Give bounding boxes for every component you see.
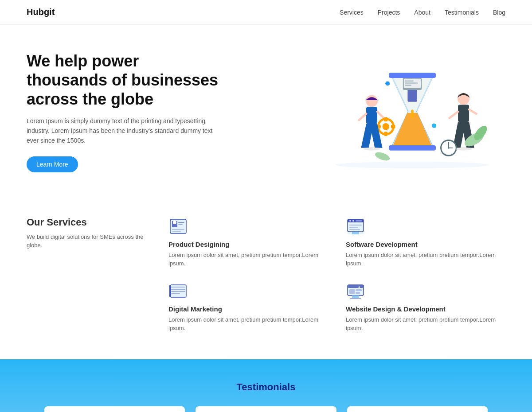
svg-line-24 xyxy=(469,110,476,114)
svg-point-0 xyxy=(336,162,489,168)
testimonial-card-1: Lorem ipsum dolor sit amet, consectetur … xyxy=(44,406,185,412)
svg-rect-67 xyxy=(171,287,185,288)
svg-rect-17 xyxy=(384,117,387,122)
svg-rect-61 xyxy=(349,227,358,228)
service-item-product-design: Product Desigining Lorem ipsum dolor sit… xyxy=(168,217,328,268)
testimonial-card-3: Lorem ipsum dolor sit amet, consectetur … xyxy=(347,406,488,412)
svg-rect-57 xyxy=(349,220,351,222)
svg-rect-70 xyxy=(171,293,180,294)
service-title-1: Product Desigining xyxy=(168,241,328,248)
service-desc-1: Lorem ipsum dolor sit amet, pretium pret… xyxy=(168,251,328,268)
service-desc-2: Lorem ipsum dolor sit amet, pretium pret… xyxy=(346,251,505,268)
testimonials-grid: Lorem ipsum dolor sit amet, consectetur … xyxy=(44,406,488,412)
svg-point-47 xyxy=(455,147,472,151)
svg-line-11 xyxy=(359,114,366,120)
svg-rect-36 xyxy=(405,81,414,82)
nav-testimonials[interactable]: Testimonials xyxy=(445,9,479,16)
navbar: Hubgit Services Projects About Testimoni… xyxy=(0,0,532,25)
svg-rect-58 xyxy=(352,220,354,222)
services-grid: Product Desigining Lorem ipsum dolor sit… xyxy=(168,217,505,333)
service-title-3: Digital Marketing xyxy=(168,305,328,313)
svg-point-45 xyxy=(374,151,391,162)
learn-more-button[interactable]: Learn More xyxy=(27,156,78,172)
nav-projects[interactable]: Projects xyxy=(378,9,400,16)
svg-rect-20 xyxy=(391,125,395,128)
svg-rect-75 xyxy=(349,289,355,294)
svg-rect-2 xyxy=(389,73,436,78)
software-dev-icon xyxy=(346,217,365,236)
services-subheading: We build digital solutions for SMEs acro… xyxy=(27,233,151,250)
services-section: Our Services We build digital solutions … xyxy=(0,199,532,359)
svg-rect-54 xyxy=(172,231,181,232)
service-desc-4: Lorem ipsum dolor sit amet, pretium pret… xyxy=(346,315,505,333)
digital-marketing-icon xyxy=(168,281,188,301)
svg-rect-76 xyxy=(356,289,362,291)
service-desc-3: Lorem ipsum dolor sit amet, pretium pret… xyxy=(168,315,328,333)
nav-services[interactable]: Services xyxy=(340,9,364,16)
svg-rect-59 xyxy=(356,220,362,222)
testimonials-section: Testimonials Lorem ipsum dolor sit amet,… xyxy=(0,359,532,412)
service-item-digital-marketing: Digital Marketing Lorem ipsum dolor sit … xyxy=(168,281,328,333)
svg-point-46 xyxy=(363,147,380,151)
nav-logo: Hubgit xyxy=(27,7,55,17)
nav-links: Services Projects About Testimonials Blo… xyxy=(340,9,505,16)
service-item-website-dev: Website Design & Development Lorem ipsum… xyxy=(346,281,505,333)
svg-rect-69 xyxy=(171,291,185,292)
service-title-4: Website Design & Development xyxy=(346,305,505,313)
svg-point-9 xyxy=(366,95,378,107)
svg-rect-35 xyxy=(404,79,421,88)
svg-rect-73 xyxy=(352,295,359,298)
svg-rect-52 xyxy=(178,224,183,225)
svg-rect-22 xyxy=(458,105,469,122)
hero-illustration xyxy=(319,54,505,169)
svg-point-42 xyxy=(432,124,436,128)
svg-rect-72 xyxy=(348,285,364,288)
svg-rect-33 xyxy=(407,88,417,102)
svg-rect-62 xyxy=(349,229,360,230)
services-left: Our Services We build digital solutions … xyxy=(27,217,151,333)
svg-rect-66 xyxy=(169,285,171,297)
nav-blog[interactable]: Blog xyxy=(493,9,505,16)
svg-rect-6 xyxy=(411,110,414,118)
services-heading: Our Services xyxy=(27,217,151,228)
testimonials-heading: Testimonials xyxy=(27,381,505,393)
testimonial-card-2: Lorem ipsum dolor sit amet, consectetur … xyxy=(196,406,336,412)
hero-heading: We help power thousands of businesses ac… xyxy=(27,51,222,109)
svg-rect-3 xyxy=(389,145,436,151)
svg-point-16 xyxy=(383,123,389,130)
svg-rect-10 xyxy=(366,107,377,124)
hero-body: Lorem Ipsum is simply dummy text of the … xyxy=(27,116,222,146)
svg-rect-38 xyxy=(405,85,411,86)
svg-rect-64 xyxy=(352,232,359,234)
service-item-software-dev: Software Development Lorem ipsum dolor s… xyxy=(346,217,505,268)
product-design-icon xyxy=(168,217,188,236)
svg-point-50 xyxy=(173,221,176,224)
svg-rect-53 xyxy=(172,229,184,230)
hero-section: We help power thousands of businesses ac… xyxy=(0,25,532,199)
svg-rect-77 xyxy=(356,292,360,294)
svg-rect-74 xyxy=(350,298,361,299)
hero-text: We help power thousands of businesses ac… xyxy=(27,51,222,172)
svg-rect-51 xyxy=(178,222,184,223)
svg-rect-37 xyxy=(405,83,418,84)
website-dev-icon xyxy=(346,281,365,301)
svg-rect-68 xyxy=(171,289,185,290)
svg-line-23 xyxy=(450,112,458,118)
svg-rect-60 xyxy=(349,225,362,225)
svg-point-40 xyxy=(385,82,390,86)
service-title-2: Software Development xyxy=(346,241,505,248)
nav-about[interactable]: About xyxy=(414,9,430,16)
svg-rect-18 xyxy=(384,132,387,136)
